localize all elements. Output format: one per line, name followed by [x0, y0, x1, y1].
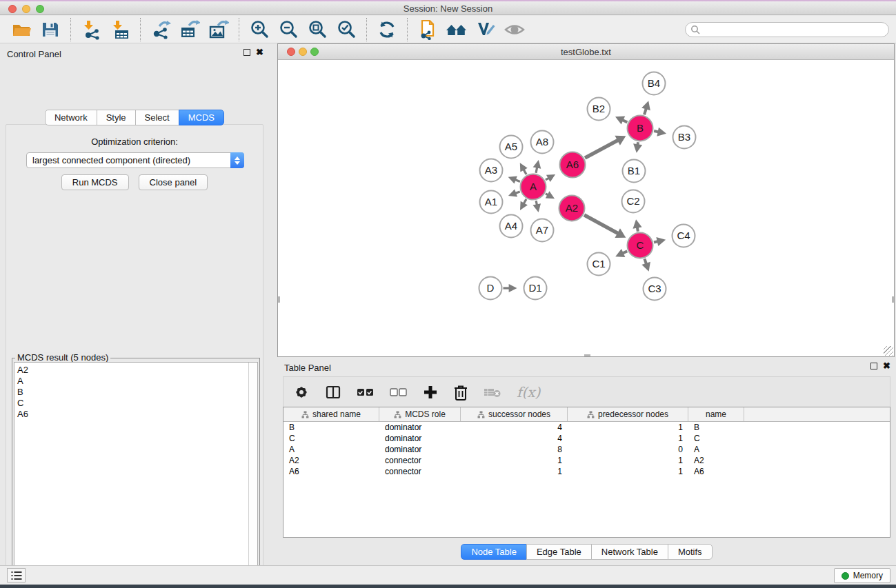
table-cell[interactable]: dominator: [379, 434, 461, 443]
search-input[interactable]: [700, 25, 888, 34]
column-header-predecessor-nodes[interactable]: predecessor nodes: [568, 407, 688, 421]
memory-button[interactable]: Memory: [834, 568, 890, 583]
criterion-select[interactable]: largest connected component (directed): [26, 152, 244, 168]
main-toolbar: [0, 16, 896, 43]
table-cell[interactable]: 0: [568, 445, 688, 454]
table-cell[interactable]: B: [688, 423, 744, 432]
show-columns-icon[interactable]: [325, 384, 341, 401]
zoom-fit-icon[interactable]: [306, 19, 328, 41]
table-cell[interactable]: dominator: [379, 445, 461, 454]
table-cell[interactable]: 1: [461, 456, 568, 465]
table-row[interactable]: A6connector11A6: [283, 466, 890, 477]
select-all-icon[interactable]: [357, 387, 375, 398]
tab-motifs[interactable]: Motifs: [668, 544, 713, 560]
mcds-result-item[interactable]: C: [17, 398, 257, 409]
close-panel-button[interactable]: Close panel: [139, 174, 208, 190]
import-network-icon[interactable]: [80, 19, 102, 41]
column-header-successor-nodes[interactable]: successor nodes: [461, 407, 568, 421]
table-cell[interactable]: 1: [461, 467, 568, 476]
mcds-result-title: MCDS result (5 nodes): [15, 352, 110, 363]
table-cell[interactable]: 1: [568, 467, 688, 476]
graph-edge-A6-B[interactable]: [585, 140, 619, 158]
import-table-icon[interactable]: [109, 19, 131, 41]
tab-select[interactable]: Select: [135, 110, 179, 125]
table-cell[interactable]: A: [283, 445, 379, 454]
table-cell[interactable]: connector: [379, 456, 461, 465]
mcds-result-item[interactable]: A: [17, 376, 257, 387]
table-cell[interactable]: 1: [568, 423, 688, 432]
table-cell[interactable]: C: [283, 434, 379, 443]
show-hide-eye-icon[interactable]: [504, 19, 526, 41]
frame-handle[interactable]: [584, 354, 590, 356]
deselect-all-icon[interactable]: [390, 387, 408, 398]
search-field[interactable]: [685, 22, 889, 37]
graph-node-label: D: [487, 282, 495, 294]
mcds-panel: Optimization criterion: largest connecte…: [6, 124, 263, 588]
table-cell[interactable]: 4: [461, 423, 568, 432]
table-cell[interactable]: A6: [283, 467, 379, 476]
table-cell[interactable]: A2: [688, 456, 744, 465]
table-cell[interactable]: A2: [283, 456, 379, 465]
export-network-icon[interactable]: [150, 19, 172, 41]
table-cell[interactable]: 1: [568, 434, 688, 443]
column-header-shared-name[interactable]: shared name: [283, 407, 379, 421]
task-history-button[interactable]: [7, 568, 26, 582]
open-session-icon[interactable]: [10, 19, 32, 41]
table-cell[interactable]: C: [688, 434, 744, 443]
table-settings-icon[interactable]: [293, 384, 310, 401]
style-edit-icon[interactable]: [475, 19, 497, 41]
delete-table-icon[interactable]: [484, 386, 501, 398]
network-canvas[interactable]: B4B2BB3A5A8A6A3B1AA1C2A2A4A7C4CC1C3DD1: [278, 61, 894, 356]
zoom-selected-icon[interactable]: [335, 19, 357, 41]
table-cell[interactable]: 1: [568, 456, 688, 465]
home-icon[interactable]: [446, 19, 468, 41]
close-panel-icon[interactable]: ✖: [883, 363, 890, 369]
table-cell[interactable]: A: [688, 445, 744, 454]
tab-network-table[interactable]: Network Table: [591, 544, 668, 560]
mcds-result-item[interactable]: A6: [17, 409, 257, 420]
tab-node-table[interactable]: Node Table: [461, 544, 527, 560]
frame-handle[interactable]: [278, 296, 280, 303]
add-column-icon[interactable]: [423, 385, 438, 400]
frame-handle[interactable]: [892, 296, 894, 303]
table-cell[interactable]: 4: [461, 434, 568, 443]
tab-edge-table[interactable]: Edge Table: [526, 544, 592, 560]
run-mcds-button[interactable]: Run MCDS: [61, 174, 129, 190]
delete-column-icon[interactable]: [453, 384, 468, 401]
resize-grip[interactable]: [884, 346, 893, 356]
tab-style[interactable]: Style: [97, 110, 136, 125]
node-table[interactable]: shared nameMCDS rolesuccessor nodesprede…: [283, 407, 890, 538]
column-header-MCDS-role[interactable]: MCDS role: [379, 407, 461, 421]
table-row[interactable]: A2connector11A2: [283, 455, 890, 466]
zoom-out-icon[interactable]: [277, 19, 299, 41]
scrollbar[interactable]: [248, 363, 257, 588]
apply-layout-icon[interactable]: [376, 19, 398, 41]
graph-node-label: C1: [592, 258, 605, 270]
table-cell[interactable]: 8: [461, 445, 568, 454]
table-cell[interactable]: A6: [688, 467, 744, 476]
clone-network-icon[interactable]: [417, 19, 439, 41]
column-header-name[interactable]: name: [688, 407, 744, 421]
close-panel-icon[interactable]: ✖: [256, 49, 263, 56]
tab-mcds[interactable]: MCDS: [179, 110, 224, 125]
table-cell[interactable]: dominator: [379, 423, 461, 432]
zoom-in-icon[interactable]: [248, 19, 270, 41]
graph-edge-A2-C[interactable]: [584, 215, 619, 234]
mcds-result-item[interactable]: A2: [17, 365, 257, 376]
mcds-result-item[interactable]: B: [17, 387, 257, 398]
mcds-result-list[interactable]: A2ABCA6: [14, 362, 258, 588]
network-window-titlebar[interactable]: testGlobe.txt: [278, 44, 894, 60]
table-row[interactable]: Bdominator41B: [283, 422, 890, 433]
export-image-icon[interactable]: [208, 19, 230, 41]
save-session-icon[interactable]: [39, 19, 61, 41]
float-panel-icon[interactable]: [870, 363, 877, 369]
tab-network[interactable]: Network: [45, 110, 97, 125]
table-row[interactable]: Adominator80A: [283, 444, 890, 455]
function-builder-icon[interactable]: f(x): [517, 384, 540, 401]
export-table-icon[interactable]: [179, 19, 201, 41]
table-row[interactable]: Cdominator41C: [283, 433, 890, 444]
table-panel-tabs: Node TableEdge TableNetwork TableMotifs: [277, 544, 896, 560]
table-cell[interactable]: connector: [379, 467, 461, 476]
float-panel-icon[interactable]: [243, 49, 250, 56]
table-cell[interactable]: B: [283, 423, 379, 432]
